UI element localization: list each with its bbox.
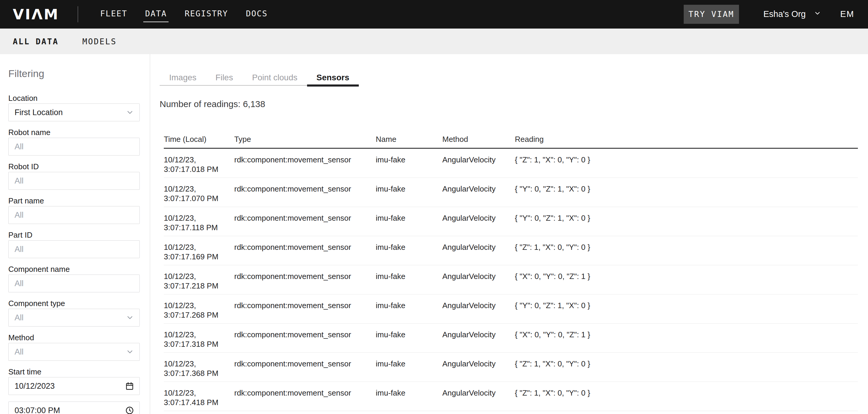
table-row: 10/12/23, 3:07:17.268 PM rdk:component:m… [164,294,858,324]
time-clock-line: 3:07:17.118 PM [164,223,227,232]
time-date-line: 10/12/23, [164,330,227,339]
field-value: All [14,313,24,322]
field-value: All [14,347,24,357]
field-value: 10/12/2023 [14,382,55,391]
cell-reading: { "Z": 1, "X": 0, "Y": 0 } [515,155,858,178]
readings-count: Number of readings: 6,138 [160,99,868,110]
cell-name: imu-fake [376,330,442,352]
field-label: Component type [8,299,140,308]
cell-reading: { "Y": 0, "Z": 1, "X": 0 } [515,301,858,323]
field-label: Method [8,333,140,342]
time-clock-line: 3:07:17.169 PM [164,252,227,261]
time-clock-line: 3:07:17.368 PM [164,368,227,378]
table-row: 10/12/23, 3:07:17.368 PM rdk:component:m… [164,353,858,382]
user-avatar[interactable]: EM [840,9,855,19]
time-clock-line: 3:07:17.218 PM [164,281,227,291]
tab-sensors[interactable]: Sensors [307,70,359,85]
cell-name: imu-fake [376,184,442,207]
filter-part-id: Part ID [8,231,140,258]
robot-id-input[interactable] [8,172,140,190]
main-panel: ImagesFilesPoint cloudsSensors Number of… [150,54,868,414]
cell-name: imu-fake [376,271,442,294]
robot-name-input[interactable] [8,138,140,155]
cell-time: 10/12/23, 3:07:17.169 PM [164,242,234,265]
data-type-tabs: ImagesFilesPoint cloudsSensors [160,70,359,86]
table-row: 10/12/23, 3:07:17.218 PM rdk:component:m… [164,265,858,294]
time-date-line: 10/12/23, [164,301,227,310]
col-time-local: Time (Local) [164,135,234,144]
table-row: 10/12/23, 3:07:17.070 PM rdk:component:m… [164,178,858,207]
time-clock-line: 3:07:17.418 PM [164,397,227,407]
cell-method: AngularVelocity [442,301,515,323]
cell-name: imu-fake [376,213,442,236]
component-type-select[interactable]: All [8,309,140,327]
filter-fields: Location First Location Robot name Robot… [8,94,150,414]
cell-name: imu-fake [376,155,442,178]
start-clock-time-input[interactable]: 03:07:00 PM [8,402,140,414]
try-viam-button[interactable]: TRY VIAM [684,5,739,24]
field-value: First Location [14,108,63,117]
filter-start-date: Start time 10/12/2023 [8,367,140,395]
content-area: Filtering Location First Location Robot … [0,54,868,414]
chevron-down-icon [126,348,134,356]
cell-time: 10/12/23, 3:07:17.368 PM [164,359,234,382]
viam-logo[interactable]: VIΛM [13,7,59,22]
tab-files[interactable]: Files [206,70,243,85]
cell-type: rdk:component:movement_sensor [234,330,376,352]
cell-method: AngularVelocity [442,184,515,207]
tab-images[interactable]: Images [160,70,206,85]
filter-robot-name: Robot name [8,128,140,155]
time-clock-line: 3:07:17.318 PM [164,339,227,349]
nav-item-data[interactable]: DATA [145,6,167,22]
cell-method: AngularVelocity [442,359,515,382]
cell-method: AngularVelocity [442,271,515,294]
cell-time: 10/12/23, 3:07:17.218 PM [164,271,234,294]
filter-method: Method All [8,333,140,361]
cell-reading: { "Z": 1, "X": 0, "Y": 0 } [515,242,858,265]
top-nav: VIΛM FLEETDATAREGISTRYDOCS TRY VIAM Esha… [0,0,868,29]
org-selector[interactable]: Esha's Org [763,9,822,20]
time-date-line: 10/12/23, [164,184,227,194]
subnav-item-all-data[interactable]: ALL DATA [13,36,59,47]
field-value: 03:07:00 PM [14,406,60,414]
table-body: 10/12/23, 3:07:17.018 PM rdk:component:m… [164,149,858,411]
chevron-down-icon [813,9,822,20]
nav-item-fleet[interactable]: FLEET [100,6,128,22]
time-date-line: 10/12/23, [164,388,227,397]
method-select[interactable]: All [8,343,140,361]
cell-method: AngularVelocity [442,155,515,178]
filter-component-name: Component name [8,265,140,292]
field-label: Location [8,94,140,102]
table-header-row: Time (Local)TypeNameMethodReading [164,135,858,149]
col-name: Name [376,135,442,144]
tab-point-clouds[interactable]: Point clouds [243,70,307,85]
field-label: Part name [8,196,140,205]
table-row: 10/12/23, 3:07:17.418 PM rdk:component:m… [164,382,858,411]
nav-item-registry[interactable]: REGISTRY [184,6,228,22]
cell-name: imu-fake [376,301,442,323]
cell-time: 10/12/23, 3:07:17.070 PM [164,184,234,207]
filtering-title: Filtering [8,68,150,80]
chevron-down-icon [126,108,134,117]
part-name-input[interactable] [8,206,140,224]
table-row: 10/12/23, 3:07:17.118 PM rdk:component:m… [164,207,858,236]
cell-name: imu-fake [376,359,442,382]
nav-item-docs[interactable]: DOCS [245,6,268,22]
subnav-item-models[interactable]: MODELS [82,36,117,47]
location-select[interactable]: First Location [8,104,140,121]
part-id-input[interactable] [8,240,140,258]
readings-label: Number of readings: [160,99,241,109]
cell-type: rdk:component:movement_sensor [234,242,376,265]
cell-time: 10/12/23, 3:07:17.268 PM [164,301,234,323]
component-name-input[interactable] [8,274,140,292]
time-date-line: 10/12/23, [164,155,227,165]
table-row: 10/12/23, 3:07:17.169 PM rdk:component:m… [164,236,858,265]
top-nav-right: TRY VIAM Esha's Org EM [684,5,854,24]
time-date-line: 10/12/23, [164,271,227,281]
cell-method: AngularVelocity [442,388,515,411]
field-label: Robot ID [8,162,140,171]
cell-time: 10/12/23, 3:07:17.418 PM [164,388,234,411]
start-date-input[interactable]: 10/12/2023 [8,377,140,395]
filter-part-name: Part name [8,196,140,224]
clock-icon [125,406,134,414]
